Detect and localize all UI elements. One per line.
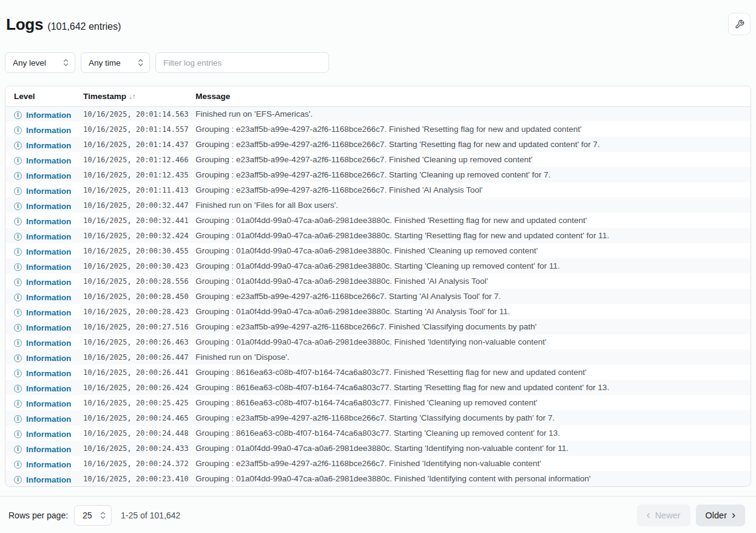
table-row[interactable]: i Information 10/16/2025, 20:01:11.413 G… <box>5 182 751 198</box>
table-row[interactable]: i Information 10/16/2025, 20:00:30.455 G… <box>5 243 751 258</box>
chevron-updown-icon <box>63 58 69 67</box>
older-button[interactable]: Older› <box>696 504 745 526</box>
level-label: Information <box>26 247 71 256</box>
level-label: Information <box>26 445 71 454</box>
table-row[interactable]: i Information 10/16/2025, 20:00:26.447 F… <box>5 349 751 365</box>
message-cell: Grouping : 01a0f4dd-99a0-47ca-a0a6-2981d… <box>196 258 751 273</box>
timestamp-cell: 10/16/2025, 20:00:26.441 <box>83 365 196 380</box>
table-row[interactable]: i Information 10/16/2025, 20:00:24.372 G… <box>5 456 751 471</box>
table-row[interactable]: i Information 10/16/2025, 20:00:25.425 G… <box>5 395 751 410</box>
page-title: Logs <box>6 15 43 34</box>
table-row[interactable]: i Information 10/16/2025, 20:00:27.516 G… <box>5 319 751 334</box>
table-row[interactable]: i Information 10/16/2025, 20:00:28.450 G… <box>5 289 751 304</box>
level-cell: i Information <box>14 171 71 181</box>
level-cell: i Information <box>14 460 71 469</box>
level-label: Information <box>26 141 71 150</box>
info-icon: i <box>14 339 22 347</box>
level-label: Information <box>26 156 71 165</box>
info-icon: i <box>14 218 22 225</box>
level-cell: i Information <box>14 323 71 332</box>
table-row[interactable]: i Information 10/16/2025, 20:01:12.435 G… <box>5 167 751 182</box>
level-label: Information <box>26 111 71 120</box>
message-cell: Grouping : 01a0f4dd-99a0-47ca-a0a6-2981d… <box>196 304 751 319</box>
timestamp-cell: 10/16/2025, 20:00:30.423 <box>83 258 196 273</box>
timestamp-cell: 10/16/2025, 20:00:30.455 <box>83 243 196 258</box>
level-cell: i Information <box>14 293 71 302</box>
table-row[interactable]: i Information 10/16/2025, 20:00:28.423 G… <box>5 304 751 319</box>
message-cell: Grouping : 01a0f4dd-99a0-47ca-a0a6-2981d… <box>196 243 751 258</box>
chevron-updown-icon <box>138 58 143 67</box>
page-header: Logs (101,642 entries) <box>5 0 751 34</box>
table-row[interactable]: i Information 10/16/2025, 20:01:14.563 F… <box>5 106 751 122</box>
level-cell: i Information <box>14 141 71 150</box>
table-row[interactable]: i Information 10/16/2025, 20:00:26.424 G… <box>5 380 751 395</box>
table-row[interactable]: i Information 10/16/2025, 20:00:23.410 G… <box>5 471 751 486</box>
table-row[interactable]: i Information 10/16/2025, 20:00:28.556 G… <box>5 273 751 289</box>
message-cell: Finished run on 'EFS-Americas'. <box>196 106 751 122</box>
timestamp-cell: 10/16/2025, 20:00:24.448 <box>83 425 196 441</box>
table-row[interactable]: i Information 10/16/2025, 20:00:24.465 G… <box>5 410 751 425</box>
level-label: Information <box>26 399 71 408</box>
level-label: Information <box>26 187 71 196</box>
message-cell: Grouping : e23aff5b-a99e-4297-a2f6-1168b… <box>196 182 751 198</box>
table-row[interactable]: i Information 10/16/2025, 20:00:32.441 G… <box>5 213 751 228</box>
column-header-message: Message <box>196 86 751 106</box>
info-icon: i <box>14 430 22 438</box>
rows-per-page-select[interactable]: 25 <box>74 505 112 526</box>
message-cell: Grouping : e23aff5b-a99e-4297-a2f6-1168b… <box>196 410 751 425</box>
level-cell: i Information <box>14 263 71 272</box>
column-header-level: Level <box>5 86 83 106</box>
info-icon: i <box>14 415 22 423</box>
settings-wrench-button[interactable] <box>728 13 751 35</box>
message-cell: Finished run on 'Dispose'. <box>196 349 751 365</box>
timestamp-cell: 10/16/2025, 20:00:24.433 <box>83 441 196 456</box>
info-icon: i <box>14 142 22 150</box>
table-row[interactable]: i Information 10/16/2025, 20:01:14.557 G… <box>5 122 751 137</box>
timestamp-cell: 10/16/2025, 20:00:26.447 <box>83 349 196 365</box>
column-header-timestamp[interactable]: Timestamp↓↑ <box>83 86 196 106</box>
level-filter-value: Any level <box>13 58 46 67</box>
message-cell: Grouping : 01a0f4dd-99a0-47ca-a0a6-2981d… <box>196 441 751 456</box>
time-filter-select[interactable]: Any time <box>81 52 150 73</box>
level-cell: i Information <box>14 308 71 317</box>
timestamp-cell: 10/16/2025, 20:00:25.425 <box>83 395 196 410</box>
log-filter-input[interactable] <box>155 52 329 73</box>
table-row[interactable]: i Information 10/16/2025, 20:00:26.463 G… <box>5 334 751 349</box>
level-label: Information <box>26 171 71 181</box>
message-cell: Finished run on 'Files for all Box users… <box>196 198 751 213</box>
message-cell: Grouping : e23aff5b-a99e-4297-a2f6-1168b… <box>196 456 751 471</box>
message-cell: Grouping : e23aff5b-a99e-4297-a2f6-1168b… <box>196 167 751 182</box>
level-cell: i Information <box>14 369 71 378</box>
message-cell: Grouping : 8616ea63-c08b-4f07-b164-74ca6… <box>196 365 751 380</box>
info-icon: i <box>14 278 22 286</box>
newer-button[interactable]: ‹Newer <box>637 504 690 526</box>
chevron-right-icon: › <box>732 509 735 520</box>
level-cell: i Information <box>14 202 71 211</box>
level-cell: i Information <box>14 247 71 256</box>
level-cell: i Information <box>14 399 71 408</box>
timestamp-cell: 10/16/2025, 20:01:12.435 <box>83 167 196 182</box>
level-cell: i Information <box>14 278 71 287</box>
table-row[interactable]: i Information 10/16/2025, 20:00:26.441 G… <box>5 365 751 380</box>
info-icon: i <box>14 370 22 377</box>
table-row[interactable]: i Information 10/16/2025, 20:00:30.423 G… <box>5 258 751 273</box>
level-label: Information <box>26 430 71 439</box>
level-filter-select[interactable]: Any level <box>5 52 75 73</box>
table-row[interactable]: i Information 10/16/2025, 20:00:32.447 F… <box>5 198 751 213</box>
table-row[interactable]: i Information 10/16/2025, 20:00:24.448 G… <box>5 425 751 441</box>
table-row[interactable]: i Information 10/16/2025, 20:00:24.433 G… <box>5 441 751 456</box>
level-cell: i Information <box>14 217 71 226</box>
info-icon: i <box>14 354 22 362</box>
timestamp-cell: 10/16/2025, 20:00:32.447 <box>83 198 196 213</box>
level-label: Information <box>26 384 71 393</box>
message-cell: Grouping : 01a0f4dd-99a0-47ca-a0a6-2981d… <box>196 213 751 228</box>
level-label: Information <box>26 293 71 302</box>
table-row[interactable]: i Information 10/16/2025, 20:01:12.466 G… <box>5 152 751 167</box>
chevron-left-icon: ‹ <box>647 509 650 520</box>
info-icon: i <box>14 248 22 256</box>
table-row[interactable]: i Information 10/16/2025, 20:01:14.437 G… <box>5 137 751 152</box>
table-row[interactable]: i Information 10/16/2025, 20:00:32.424 G… <box>5 228 751 243</box>
level-label: Information <box>26 217 71 226</box>
info-icon: i <box>14 263 22 271</box>
time-filter-value: Any time <box>89 58 121 67</box>
